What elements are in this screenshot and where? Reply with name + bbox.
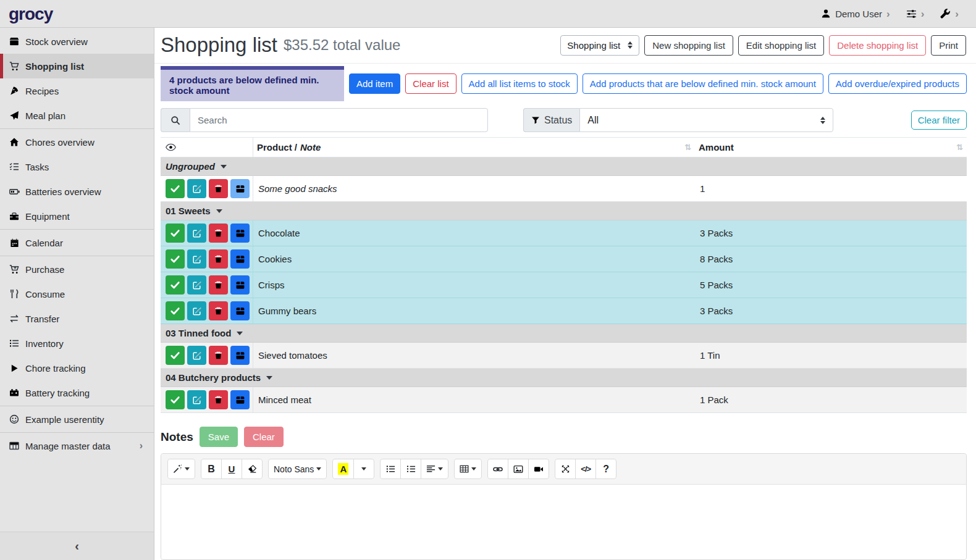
edit-item-button[interactable]: [187, 301, 206, 320]
mark-done-button[interactable]: [166, 301, 185, 320]
font-color-dropdown[interactable]: [353, 459, 374, 479]
delete-item-button[interactable]: [209, 224, 228, 243]
sidebar-item-transfer[interactable]: Transfer: [0, 306, 154, 331]
sidebar-item-stock-overview[interactable]: Stock overview: [0, 29, 154, 54]
user-menu[interactable]: Demo User ›: [821, 9, 890, 19]
clear-notes-button[interactable]: Clear: [244, 427, 284, 447]
ordered-list-button[interactable]: [400, 459, 421, 479]
add-item-button[interactable]: Add item: [349, 73, 400, 94]
sidebar-item-manage-master-data[interactable]: Manage master data›: [0, 433, 154, 458]
help-button[interactable]: ?: [595, 459, 616, 479]
item-amount: 3 Packs: [695, 298, 967, 324]
group-header-tinned-food[interactable]: 03 Tinned food: [161, 324, 967, 343]
insert-image-button[interactable]: [508, 459, 529, 479]
add-to-stock-button[interactable]: [230, 275, 250, 295]
visibility-column-header[interactable]: [161, 138, 253, 157]
delete-item-button[interactable]: [209, 346, 228, 365]
edit-item-button[interactable]: [187, 275, 206, 295]
bold-button[interactable]: B: [201, 459, 222, 479]
mark-done-button[interactable]: [166, 249, 185, 269]
product-name: Gummy bears: [253, 298, 695, 324]
edit-item-button[interactable]: [187, 390, 206, 409]
add-to-stock-button[interactable]: [230, 390, 250, 409]
add-to-stock-button[interactable]: [230, 346, 250, 365]
add-to-stock-button[interactable]: [230, 249, 250, 269]
sidebar-item-calendar[interactable]: Calendar: [0, 230, 154, 255]
notes-text-area[interactable]: [161, 485, 966, 559]
table-icon: [460, 464, 469, 474]
save-notes-button[interactable]: Save: [200, 427, 238, 447]
print-button[interactable]: Print: [931, 35, 966, 56]
sidebar-item-battery-tracking[interactable]: Battery tracking: [0, 380, 154, 405]
clear-formatting-button[interactable]: [242, 459, 263, 479]
sidebar-item-meal-plan[interactable]: Meal plan: [0, 103, 154, 128]
edit-item-button[interactable]: [187, 346, 206, 365]
amount-column-header[interactable]: Amount ⇅: [695, 138, 967, 157]
status-filter-select[interactable]: All: [579, 108, 833, 132]
sidebar-item-shopping-list[interactable]: Shopping list: [0, 54, 154, 78]
paragraph-align-dropdown[interactable]: [421, 459, 448, 479]
delete-item-button[interactable]: [209, 301, 228, 320]
shopping-list-select[interactable]: Shopping list: [560, 35, 639, 56]
sidebar-item-inventory[interactable]: Inventory: [0, 331, 154, 356]
add-to-stock-button[interactable]: [230, 224, 250, 243]
new-shopping-list-button[interactable]: New shopping list: [644, 35, 733, 56]
unordered-list-button[interactable]: [380, 459, 401, 479]
delete-item-button[interactable]: [209, 249, 228, 269]
insert-video-button[interactable]: [528, 459, 549, 479]
sidebar-collapse-button[interactable]: ‹: [0, 532, 154, 560]
delete-shopping-list-button[interactable]: Delete shopping list: [829, 35, 926, 56]
style-dropdown-button[interactable]: [167, 459, 195, 479]
fullscreen-button[interactable]: [555, 459, 576, 479]
font-family-dropdown[interactable]: Noto Sans: [268, 459, 327, 479]
sidebar-item-chores-overview[interactable]: Chores overview: [0, 130, 154, 154]
item-amount: 3 Packs: [695, 220, 967, 246]
edit-item-button[interactable]: [187, 179, 206, 198]
edit-item-button[interactable]: [187, 224, 206, 243]
delete-item-button[interactable]: [209, 390, 228, 409]
add-to-stock-button[interactable]: [230, 301, 250, 320]
sort-icon[interactable]: ⇅: [684, 143, 691, 152]
group-header-sweets[interactable]: 01 Sweets: [161, 202, 967, 220]
sidebar-item-equipment[interactable]: Equipment: [0, 204, 154, 228]
insert-link-button[interactable]: [487, 459, 508, 479]
mark-done-button[interactable]: [166, 390, 185, 409]
product-column-header[interactable]: Product /Note ⇅: [253, 138, 695, 157]
sidebar-item-tasks[interactable]: Tasks: [0, 154, 154, 179]
font-color-button[interactable]: A: [332, 459, 354, 479]
group-header-butchery[interactable]: 04 Butchery products: [161, 369, 967, 387]
code-view-button[interactable]: </>: [575, 459, 596, 479]
admin-menu[interactable]: ›: [940, 9, 959, 19]
delete-item-button[interactable]: [209, 179, 228, 198]
sidebar-item-recipes[interactable]: Recipes: [0, 78, 154, 103]
settings-menu[interactable]: ›: [906, 9, 925, 19]
mark-done-button[interactable]: [166, 275, 185, 295]
edit-shopping-list-button[interactable]: Edit shopping list: [738, 35, 824, 56]
sidebar-item-example-userentity[interactable]: Example userentity: [0, 407, 154, 432]
underline-button[interactable]: U: [221, 459, 242, 479]
mark-done-button[interactable]: [166, 224, 185, 243]
add-below-min-button[interactable]: Add products that are below defined min.…: [583, 73, 823, 94]
add-all-to-stock-button[interactable]: Add all list items to stock: [461, 73, 578, 94]
item-amount: 1: [695, 176, 967, 201]
add-overdue-button[interactable]: Add overdue/expired products: [828, 73, 967, 94]
below-min-stock-alert[interactable]: 4 products are below defined min. stock …: [161, 66, 344, 101]
mark-done-button[interactable]: [166, 346, 185, 365]
group-header-ungrouped[interactable]: Ungrouped: [161, 157, 967, 176]
mark-done-button[interactable]: [166, 179, 185, 198]
search-input[interactable]: [190, 108, 488, 132]
chevron-left-icon: ‹: [75, 539, 79, 553]
sidebar-item-purchase[interactable]: Purchase: [0, 257, 154, 282]
clear-filter-button[interactable]: Clear filter: [911, 111, 967, 130]
edit-icon: [192, 280, 202, 290]
delete-item-button[interactable]: [209, 275, 228, 295]
sidebar-item-consume[interactable]: Consume: [0, 282, 154, 306]
calendar-icon: [9, 238, 20, 248]
sidebar-item-batteries-overview[interactable]: Batteries overview: [0, 179, 154, 204]
sort-icon[interactable]: ⇅: [956, 143, 963, 152]
insert-table-dropdown[interactable]: [454, 459, 482, 479]
add-to-stock-button[interactable]: [230, 179, 250, 198]
clear-list-button[interactable]: Clear list: [405, 73, 456, 94]
sidebar-item-chore-tracking[interactable]: Chore tracking: [0, 356, 154, 380]
edit-item-button[interactable]: [187, 249, 206, 269]
